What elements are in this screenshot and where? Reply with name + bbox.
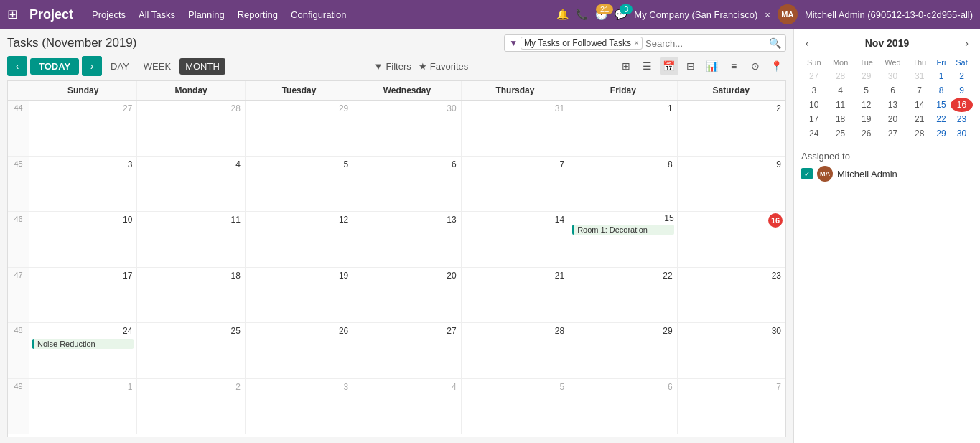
day-nov25[interactable]: 25 [137, 323, 245, 378]
mini-day[interactable]: 13 [879, 98, 907, 112]
day-nov6[interactable]: 6 [353, 157, 461, 212]
mini-day[interactable]: 22 [932, 112, 951, 126]
day-nov8[interactable]: 8 [569, 157, 677, 212]
day-nov13[interactable]: 13 [353, 212, 461, 267]
mini-day[interactable]: 18 [826, 112, 854, 126]
day-dec4[interactable]: 4 [353, 379, 461, 434]
day-nov17[interactable]: 17 [29, 268, 137, 323]
day-nov3[interactable]: 3 [29, 157, 137, 212]
mini-day[interactable]: 9 [951, 83, 973, 98]
mini-day[interactable]: 27 [801, 69, 826, 83]
day-nov27[interactable]: 27 [353, 323, 461, 378]
mini-day[interactable]: 2 [951, 69, 973, 83]
day-nov15[interactable]: 15 Room 1: Decoration [569, 212, 677, 267]
nav-projects[interactable]: Projects [92, 9, 126, 20]
mini-day[interactable]: 29 [932, 126, 951, 141]
day-nov1[interactable]: 1 [569, 101, 677, 156]
mini-day[interactable]: 6 [879, 83, 907, 98]
mini-next-btn[interactable]: › [961, 36, 973, 50]
mini-day[interactable]: 29 [854, 69, 879, 83]
day-nov19[interactable]: 19 [246, 268, 353, 323]
day-oct27[interactable]: 27 [29, 101, 137, 156]
table-view-btn[interactable]: ⊟ [681, 57, 700, 75]
day-nov11[interactable]: 11 [137, 212, 245, 267]
mini-day[interactable]: 31 [907, 69, 932, 83]
day-oct28[interactable]: 28 [137, 101, 245, 156]
day-nov28[interactable]: 28 [462, 323, 569, 378]
day-oct31[interactable]: 31 [462, 101, 569, 156]
event-room1-decoration[interactable]: Room 1: Decoration [572, 225, 673, 235]
today-button[interactable]: TODAY [30, 58, 79, 75]
day-nov26[interactable]: 26 [246, 323, 353, 378]
day-nov30[interactable]: 30 [678, 323, 785, 378]
day-dec2[interactable]: 2 [137, 379, 245, 434]
mini-day[interactable]: 27 [879, 126, 907, 141]
mini-day[interactable]: 15 [932, 98, 951, 112]
mini-day[interactable]: 3 [801, 83, 826, 98]
filter-tag[interactable]: My Tasks or Followed Tasks × [521, 37, 643, 50]
day-oct30[interactable]: 30 [353, 101, 461, 156]
day-nov22[interactable]: 22 [569, 268, 677, 323]
mini-today[interactable]: 16 [951, 98, 973, 112]
mini-day[interactable]: 26 [854, 126, 879, 141]
map-view-btn[interactable]: 📍 [767, 57, 786, 75]
nav-reporting[interactable]: Reporting [238, 9, 278, 20]
mini-day[interactable]: 28 [826, 69, 854, 83]
nav-planning[interactable]: Planning [188, 9, 225, 20]
day-nov10[interactable]: 10 [29, 212, 137, 267]
mini-day[interactable]: 17 [801, 112, 826, 126]
event-noise-reduction[interactable]: Noise Reduction [32, 339, 134, 349]
mini-day[interactable]: 10 [801, 98, 826, 112]
month-view-button[interactable]: MONTH [179, 58, 225, 75]
day-dec7[interactable]: 7 [678, 379, 785, 434]
search-icon[interactable]: 🔍 [769, 37, 781, 49]
day-view-button[interactable]: DAY [105, 58, 135, 75]
nav-all-tasks[interactable]: All Tasks [139, 9, 175, 20]
day-dec3[interactable]: 3 [246, 379, 353, 434]
mini-day[interactable]: 21 [907, 112, 932, 126]
day-nov20[interactable]: 20 [353, 268, 461, 323]
day-dec5[interactable]: 5 [462, 379, 569, 434]
prev-button[interactable]: ‹ [7, 56, 27, 76]
day-nov14[interactable]: 14 [462, 212, 569, 267]
mini-day[interactable]: 24 [801, 126, 826, 141]
mini-day[interactable]: 30 [879, 69, 907, 83]
day-nov18[interactable]: 18 [137, 268, 245, 323]
day-nov21[interactable]: 21 [462, 268, 569, 323]
app-grid-icon[interactable]: ⊞ [7, 6, 18, 22]
day-dec1[interactable]: 1 [29, 379, 137, 434]
day-nov29[interactable]: 29 [569, 323, 677, 378]
mini-day[interactable]: 14 [907, 98, 932, 112]
day-nov12[interactable]: 12 [246, 212, 353, 267]
day-nov5[interactable]: 5 [246, 157, 353, 212]
mini-day[interactable]: 30 [951, 126, 973, 141]
mini-day[interactable]: 8 [932, 83, 951, 98]
search-input[interactable] [643, 38, 769, 49]
mini-day[interactable]: 28 [907, 126, 932, 141]
phone-icon[interactable]: 📞 [576, 9, 588, 20]
day-nov7[interactable]: 7 [462, 157, 569, 212]
assignee-checkbox[interactable]: ✓ [801, 168, 813, 179]
chart-view-btn[interactable]: 📊 [703, 57, 722, 75]
mini-prev-btn[interactable]: ‹ [801, 36, 813, 50]
list-view-btn[interactable]: ☰ [638, 57, 657, 75]
day-oct29[interactable]: 29 [246, 101, 353, 156]
day-nov9[interactable]: 9 [678, 157, 785, 212]
week-view-button[interactable]: WEEK [138, 58, 177, 75]
close-company-icon[interactable]: × [765, 9, 770, 20]
day-nov24[interactable]: 24 Noise Reduction [29, 323, 137, 378]
calendar-view-btn[interactable]: 📅 [660, 57, 678, 75]
lines-view-btn[interactable]: ≡ [724, 57, 743, 75]
mini-day[interactable]: 20 [879, 112, 907, 126]
mini-day[interactable]: 1 [932, 69, 951, 83]
next-button[interactable]: › [82, 56, 102, 76]
favorites-button[interactable]: ★ Favorites [419, 61, 468, 72]
day-nov16[interactable]: 16 [678, 212, 785, 267]
clock-view-btn[interactable]: ⊙ [746, 57, 765, 75]
day-nov2[interactable]: 2 [678, 101, 785, 156]
mini-day[interactable]: 4 [826, 83, 854, 98]
mini-day[interactable]: 25 [826, 126, 854, 141]
mini-day[interactable]: 12 [854, 98, 879, 112]
filters-button[interactable]: ▼ Filters [374, 61, 411, 72]
user-name[interactable]: Mitchell Admin (690512-13-0-c2d955-all) [805, 9, 973, 20]
